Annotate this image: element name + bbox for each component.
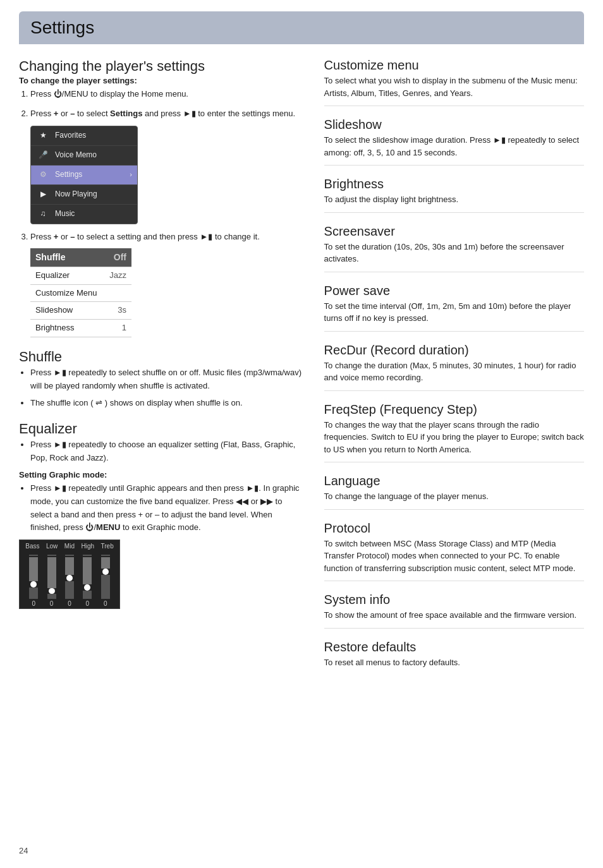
- music-icon: ♫: [36, 207, 50, 221]
- header-bar: Settings: [19, 11, 584, 44]
- menu-row-settings: ⚙ Settings ›: [31, 166, 137, 185]
- shuffle-bullet-1: Press ►▮ repeatedly to select shuffle on…: [30, 366, 305, 393]
- eq-graphic: Bass Low Mid High Treb: [19, 539, 120, 609]
- eq-col-bass: [29, 555, 38, 599]
- screensaver-body: To set the duration (10s, 20s, 30s and 1…: [324, 241, 584, 265]
- menu-row-favorites: ★ Favorites: [31, 126, 137, 146]
- page-title: Settings: [30, 18, 573, 38]
- eq-knob-bass: [30, 581, 37, 588]
- settings-row-shuffle: Shuffle Off: [30, 248, 131, 267]
- settings-equalizer-label: Equalizer: [30, 267, 104, 284]
- settings-slideshow-label: Slideshow: [30, 302, 104, 320]
- power-save-section: Power save To set the time interval (Off…: [324, 284, 584, 332]
- recdur-body: To change the duration (Max, 5 minutes, …: [324, 359, 584, 384]
- step-2: Press + or – to select Settings and pres…: [30, 107, 305, 224]
- slideshow-body: To select the slideshow image duration. …: [324, 134, 584, 159]
- menu-row-nowplaying: ▶ Now Playing: [31, 185, 137, 205]
- nowplaying-icon: ▶: [36, 188, 50, 202]
- steps-list: Press ⏻/MENU to display the Home menu. P…: [30, 88, 305, 337]
- system-info-section: System info To show the amount of free s…: [324, 593, 584, 629]
- changing-settings-section: Changing the player's settings To change…: [19, 58, 305, 337]
- settings-equalizer-value: Jazz: [104, 267, 131, 284]
- settings-shuffle-label: Shuffle: [30, 248, 104, 267]
- customize-menu-body: To select what you wish to display in th…: [324, 75, 584, 99]
- settings-customizemenu-label: Customize Menu: [30, 284, 104, 302]
- shuffle-section: Shuffle Press ►▮ repeatedly to select sh…: [19, 349, 305, 409]
- settings-icon: ⚙: [36, 168, 50, 182]
- equalizer-bullets: Press ►▮ repeatedly to choose an equaliz…: [30, 438, 305, 465]
- eq-bar-low-lower: [47, 594, 56, 599]
- customize-menu-section: Customize menu To select what you wish t…: [324, 58, 584, 106]
- menu-row-voicememo: 🎤 Voice Memo: [31, 146, 137, 166]
- freqstep-section: FreqStep (Frequency Step) To changes the…: [324, 402, 584, 463]
- eq-bar-mid: [65, 557, 74, 575]
- language-section: Language To change the language of the p…: [324, 474, 584, 510]
- settings-shuffle-value: Off: [104, 248, 131, 267]
- protocol-section: Protocol To switch between MSC (Mass Sto…: [324, 521, 584, 582]
- menu-label-music: Music: [55, 208, 75, 220]
- left-column: Changing the player's settings To change…: [19, 58, 305, 686]
- menu-label-voicememo: Voice Memo: [55, 149, 97, 161]
- freqstep-title: FreqStep (Frequency Step): [324, 402, 584, 417]
- eq-bar-high: [83, 557, 92, 584]
- system-info-body: To show the amount of free space availab…: [324, 609, 584, 622]
- brightness-title: Brightness: [324, 177, 584, 191]
- eq-val-bass: 0: [32, 600, 35, 607]
- shuffle-bullet-2: The shuffle icon ( ⇌ ) shows on display …: [30, 397, 305, 410]
- eq-label-bass: Bass: [25, 543, 39, 550]
- page-number: 24: [19, 846, 28, 855]
- settings-row-brightness: Brightness 1: [30, 320, 131, 337]
- brightness-body: To adjust the display light brightness.: [324, 193, 584, 206]
- eq-bar-bass: [29, 557, 38, 581]
- eq-val-treb: 0: [104, 600, 107, 607]
- eq-knob-mid: [66, 575, 73, 581]
- restore-defaults-title: Restore defaults: [324, 640, 584, 654]
- screensaver-section: Screensaver To set the duration (10s, 20…: [324, 224, 584, 272]
- menu-label-settings: Settings: [55, 169, 82, 181]
- eq-col-high: [83, 555, 92, 599]
- slideshow-title: Slideshow: [324, 118, 584, 132]
- changing-settings-title: Changing the player's settings: [19, 58, 305, 75]
- language-title: Language: [324, 474, 584, 488]
- eq-bar-bass-lower: [29, 588, 38, 599]
- screensaver-title: Screensaver: [324, 224, 584, 239]
- settings-arrow-icon: ›: [130, 169, 132, 181]
- settings-customizemenu-value: [104, 284, 131, 302]
- restore-defaults-body: To reset all menus to factory defaults.: [324, 656, 584, 669]
- eq-col-low: [47, 555, 56, 599]
- eq-bar-low: [47, 557, 56, 588]
- brightness-section: Brightness To adjust the display light b…: [324, 177, 584, 213]
- eq-val-low: 0: [50, 600, 54, 607]
- eq-knob-low: [49, 588, 55, 594]
- settings-table: Shuffle Off Equalizer Jazz Customize Men…: [30, 248, 131, 337]
- settings-row-customizemenu: Customize Menu: [30, 284, 131, 302]
- eq-bar-treb-lower: [101, 575, 110, 599]
- protocol-body: To switch between MSC (Mass Storage Clas…: [324, 538, 584, 575]
- system-info-title: System info: [324, 593, 584, 607]
- eq-labels-bottom: 0 0 0 0 0: [20, 599, 119, 608]
- settings-brightness-label: Brightness: [30, 320, 104, 337]
- graphic-mode-bullet: Press ►▮ repeatedly until Graphic appear…: [30, 482, 305, 534]
- eq-knob-high: [84, 584, 90, 591]
- menu-screenshot: ★ Favorites 🎤 Voice Memo ⚙ Settings ›: [30, 126, 138, 224]
- eq-col-mid: [65, 555, 74, 599]
- shuffle-bullets: Press ►▮ repeatedly to select shuffle on…: [30, 366, 305, 409]
- page: Settings Changing the player's settings …: [0, 0, 603, 868]
- favorites-icon: ★: [36, 129, 50, 143]
- changing-settings-subtitle: To change the player settings:: [19, 76, 305, 85]
- eq-val-high: 0: [86, 600, 90, 607]
- shuffle-title: Shuffle: [19, 349, 305, 365]
- equalizer-title: Equalizer: [19, 421, 305, 437]
- eq-labels-top: Bass Low Mid High Treb: [20, 543, 119, 550]
- step-3: Press + or – to select a setting and the…: [30, 231, 305, 337]
- right-column: Customize menu To select what you wish t…: [324, 58, 584, 686]
- eq-col-treb: [101, 555, 110, 599]
- menu-label-favorites: Favorites: [55, 130, 86, 142]
- power-save-title: Power save: [324, 284, 584, 298]
- eq-bars-area: [20, 552, 119, 599]
- equalizer-section: Equalizer Press ►▮ repeatedly to choose …: [19, 421, 305, 609]
- slideshow-section: Slideshow To select the slideshow image …: [324, 118, 584, 166]
- settings-row-equalizer: Equalizer Jazz: [30, 267, 131, 284]
- freqstep-body: To changes the way that the player scans…: [324, 419, 584, 456]
- voicememo-icon: 🎤: [36, 148, 50, 162]
